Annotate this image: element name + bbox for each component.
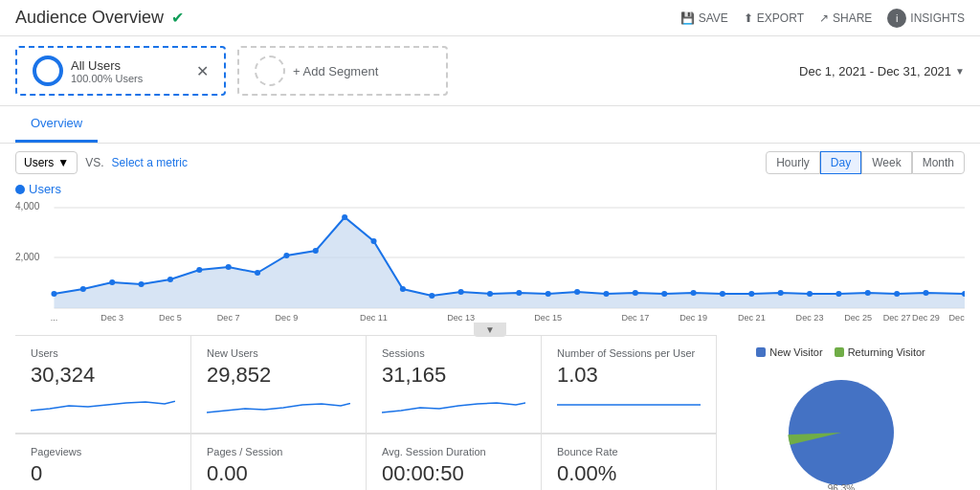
share-button[interactable]: ↗ SHARE: [819, 11, 872, 25]
svg-point-20: [458, 289, 464, 295]
tab-overview[interactable]: Overview: [15, 106, 98, 143]
segment-info: All Users 100.00% Users: [71, 58, 143, 84]
svg-point-6: [51, 291, 56, 297]
metric-btn-label: Users: [24, 156, 54, 169]
metric-pagesession-label: Pages / Session: [207, 446, 350, 457]
chart-legend-dot: [15, 185, 25, 194]
add-segment-circle: [255, 56, 285, 86]
svg-text:...: ...: [51, 313, 58, 323]
svg-text:2,000: 2,000: [15, 252, 40, 262]
new-visitor-label: New Visitor: [769, 346, 822, 358]
segment-sub: 100.00% Users: [71, 73, 143, 84]
segment-name: All Users: [71, 58, 143, 73]
svg-text:Dec 17: Dec 17: [621, 313, 649, 323]
svg-text:Dec 3: Dec 3: [100, 313, 123, 323]
save-button[interactable]: 💾 SAVE: [680, 11, 728, 25]
svg-text:Dec 25: Dec 25: [844, 313, 872, 323]
svg-point-35: [894, 291, 900, 297]
add-segment-button[interactable]: + Add Segment: [237, 46, 448, 96]
svg-point-23: [546, 291, 551, 297]
svg-text:Dec 21: Dec 21: [738, 313, 766, 323]
svg-point-31: [778, 290, 784, 296]
date-range-arrow-icon: ▼: [955, 66, 965, 77]
vs-label: VS.: [85, 156, 103, 169]
svg-point-15: [313, 248, 319, 254]
tabs-bar: Overview: [0, 106, 980, 144]
svg-text:Dec 5: Dec 5: [159, 313, 182, 323]
returning-visitor-dot: [835, 347, 844, 357]
metric-avgsession-value: 00:00:50: [382, 461, 525, 486]
pie-legend: New Visitor Returning Visitor: [756, 346, 925, 358]
svg-point-24: [574, 289, 580, 295]
metrics-section: Users 30,324 New Users 29,852 Sessions 3…: [0, 335, 980, 490]
metric-card-avg-session: Avg. Session Duration 00:00:50: [366, 434, 541, 490]
svg-point-29: [720, 291, 725, 297]
svg-text:96.3%: 96.3%: [827, 483, 854, 490]
metric-avgsession-label: Avg. Session Duration: [382, 446, 525, 457]
pie-chart: 96.3%: [774, 366, 908, 490]
svg-point-13: [255, 270, 260, 276]
metric-sessions-label: Sessions: [382, 347, 525, 359]
metric-users-sparkline: [31, 391, 175, 418]
svg-point-16: [342, 214, 347, 220]
segment-close-icon[interactable]: ✕: [196, 62, 209, 80]
svg-point-26: [633, 290, 638, 296]
legend-new-visitor: New Visitor: [756, 346, 822, 358]
export-icon: ⬆: [744, 11, 753, 25]
segment-all-users[interactable]: All Users 100.00% Users ✕: [15, 46, 226, 96]
export-button[interactable]: ⬆ EXPORT: [744, 11, 804, 25]
pie-section: New Visitor Returning Visitor: [716, 335, 965, 490]
metric-sessions-value: 31,165: [382, 363, 525, 388]
svg-text:4,000: 4,000: [15, 201, 40, 212]
svg-text:Dec 27: Dec 27: [883, 313, 911, 323]
metric-card-new-users: New Users 29,852: [190, 336, 366, 434]
header-left: Audience Overview ✔: [15, 8, 184, 28]
save-icon: 💾: [680, 11, 695, 25]
metric-spu-label: Number of Sessions per User: [557, 347, 701, 359]
metric-sessions-sparkline: [382, 391, 525, 418]
add-segment-label: + Add Segment: [293, 64, 378, 78]
metric-card-users: Users 30,324: [15, 336, 190, 434]
header-actions: 💾 SAVE ⬆ EXPORT ↗ SHARE i INSIGHTS: [680, 9, 965, 28]
share-icon: ↗: [819, 11, 829, 25]
metric-pagesession-value: 0.00: [207, 461, 350, 486]
svg-text:Dec 31: Dec 31: [949, 313, 965, 323]
svg-text:Dec 29: Dec 29: [912, 313, 940, 323]
metric-newusers-sparkline: [207, 391, 350, 418]
svg-point-22: [516, 290, 522, 296]
svg-point-34: [865, 290, 871, 296]
metric-spu-value: 1.03: [557, 363, 701, 388]
date-range-picker[interactable]: Dec 1, 2021 - Dec 31, 2021 ▼: [799, 64, 965, 78]
metric-newusers-label: New Users: [207, 347, 350, 359]
svg-point-11: [196, 267, 202, 273]
segment-circle: [33, 56, 63, 86]
insights-icon: i: [887, 9, 906, 28]
svg-point-30: [748, 291, 754, 297]
metric-selector[interactable]: Users ▼: [15, 151, 78, 174]
svg-point-32: [807, 291, 813, 297]
metric-users-value: 30,324: [31, 363, 175, 388]
segments-bar: All Users 100.00% Users ✕ + Add Segment …: [0, 36, 980, 106]
metric-newusers-value: 29,852: [207, 363, 350, 388]
svg-point-33: [835, 291, 841, 297]
metric-card-bounce-rate: Bounce Rate 0.00%: [541, 434, 716, 490]
time-btn-hourly[interactable]: Hourly: [766, 151, 820, 174]
time-btn-month[interactable]: Month: [912, 151, 965, 174]
svg-text:Dec 19: Dec 19: [679, 313, 707, 323]
svg-point-10: [167, 277, 173, 282]
svg-point-8: [109, 279, 115, 285]
insights-button[interactable]: i INSIGHTS: [887, 9, 965, 28]
svg-point-9: [139, 281, 145, 287]
svg-point-27: [661, 291, 667, 297]
time-btn-day[interactable]: Day: [820, 151, 861, 174]
metric-card-pageviews: Pageviews 0: [15, 434, 190, 490]
time-btn-week[interactable]: Week: [861, 151, 911, 174]
time-buttons: Hourly Day Week Month: [766, 151, 965, 174]
verified-icon: ✔: [171, 9, 184, 27]
chart-area: Users 4,000 2,000: [0, 182, 980, 335]
chart-svg: 4,000 2,000: [15, 198, 965, 332]
metric-spu-sparkline: [557, 391, 701, 418]
select-metric-link[interactable]: Select a metric: [112, 156, 188, 169]
svg-point-28: [691, 290, 697, 296]
svg-point-25: [603, 291, 609, 297]
